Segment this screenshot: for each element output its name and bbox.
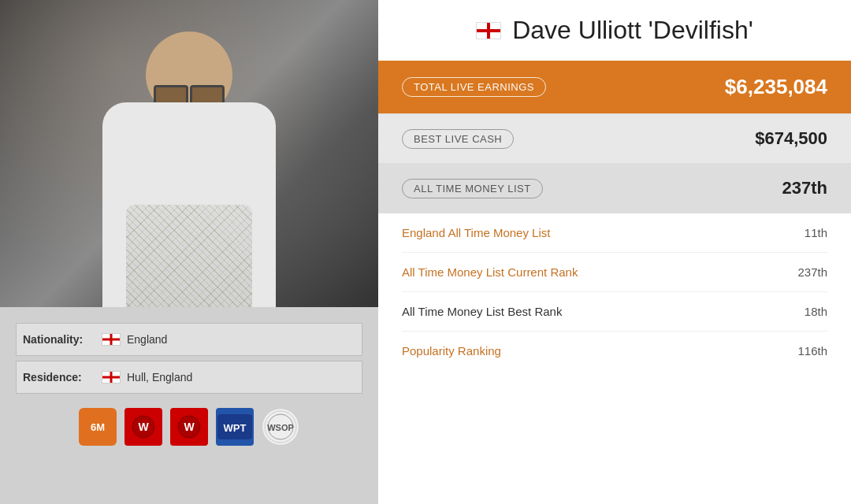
glasses-shape (154, 85, 225, 102)
residence-row: Residence: Hull, England (16, 361, 362, 394)
best-cash-value: $674,500 (755, 128, 827, 149)
svg-text:WSOP: WSOP (267, 423, 294, 432)
detail-label-link[interactable]: England All Time Money List (402, 226, 550, 239)
nationality-label: Nationality: (23, 333, 102, 346)
svg-text:W: W (184, 421, 195, 433)
all-time-value: 237th (782, 178, 827, 198)
nationality-value: England (127, 333, 167, 346)
badges-row: 6M W W WPT (16, 408, 362, 446)
detail-rank: 11th (805, 226, 827, 239)
detail-label-link[interactable]: Popularity Ranking (402, 344, 501, 358)
detail-label-link[interactable]: All Time Money List Current Rank (402, 265, 578, 279)
total-earnings-value: $6,235,084 (725, 75, 827, 99)
detail-row: Popularity Ranking116th (402, 332, 827, 370)
badge-wpt[interactable]: WPT (216, 408, 254, 446)
all-time-label: ALL TIME MONEY LIST (402, 179, 543, 198)
detail-label-plain: All Time Money List Best Rank (402, 305, 562, 318)
svg-text:W: W (138, 421, 149, 433)
player-name: Dave Ulliott 'Devilfish' (512, 16, 753, 45)
badge-6m[interactable]: 6M (79, 408, 117, 446)
detail-row: All Time Money List Current Rank237th (402, 253, 827, 292)
best-cash-row: BEST LIVE CASH $674,500 (378, 114, 851, 164)
right-panel: Dave Ulliott 'Devilfish' TOTAL LIVE EARN… (378, 0, 851, 504)
player-header: Dave Ulliott 'Devilfish' (378, 0, 851, 61)
best-cash-label: BEST LIVE CASH (402, 129, 514, 149)
badge-wsop2[interactable]: W (170, 408, 208, 446)
player-photo (0, 0, 378, 307)
poker-badge-icon: WSOP (263, 410, 298, 444)
shirt-design (126, 205, 252, 307)
detail-row: England All Time Money List11th (402, 213, 827, 253)
detail-section: England All Time Money List11thAll Time … (378, 213, 851, 504)
all-time-row: ALL TIME MONEY LIST 237th (378, 164, 851, 213)
nationality-row: Nationality: England (16, 323, 362, 356)
detail-rank: 18th (805, 305, 827, 318)
player-flag-icon (476, 22, 501, 39)
body-shape (102, 102, 276, 307)
person-silhouette (79, 8, 299, 307)
wpt-icon: WPT (217, 414, 252, 439)
nationality-flag-icon (102, 333, 121, 346)
svg-text:WPT: WPT (224, 422, 247, 434)
residence-label: Residence: (23, 371, 102, 384)
residence-value: Hull, England (127, 371, 192, 384)
detail-rank: 237th (797, 265, 827, 279)
badge-wsop-official[interactable]: WSOP (262, 408, 299, 446)
badge-wsop1[interactable]: W (124, 408, 162, 446)
detail-rank: 116th (797, 344, 827, 358)
shirt-pattern (126, 205, 252, 307)
photo-background (0, 0, 378, 307)
wsop2-icon: W (177, 414, 202, 439)
total-earnings-label: TOTAL LIVE EARNINGS (402, 77, 546, 97)
detail-row: All Time Money List Best Rank18th (402, 292, 827, 332)
info-panel: Nationality: England Residence: Hull, En… (0, 307, 378, 504)
residence-flag-icon (102, 371, 121, 384)
total-earnings-row: TOTAL LIVE EARNINGS $6,235,084 (378, 61, 851, 114)
left-panel: Nationality: England Residence: Hull, En… (0, 0, 378, 504)
wsop1-icon: W (131, 414, 156, 439)
